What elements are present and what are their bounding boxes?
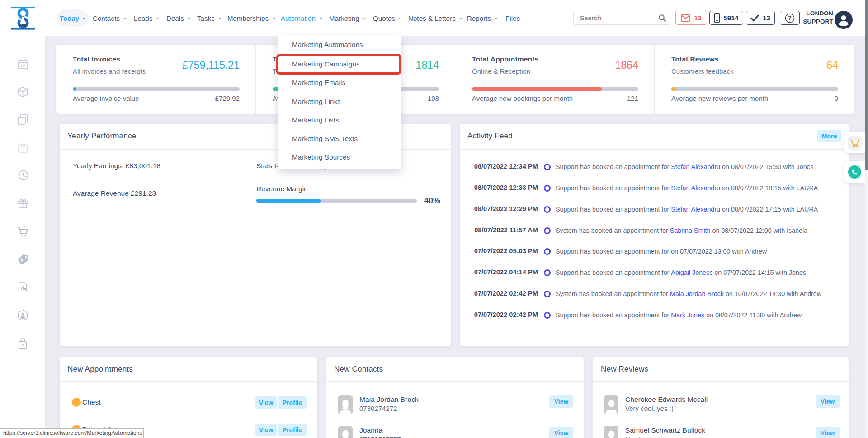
svg-text:12: 12 — [20, 64, 25, 68]
svg-text:?: ? — [788, 15, 792, 21]
